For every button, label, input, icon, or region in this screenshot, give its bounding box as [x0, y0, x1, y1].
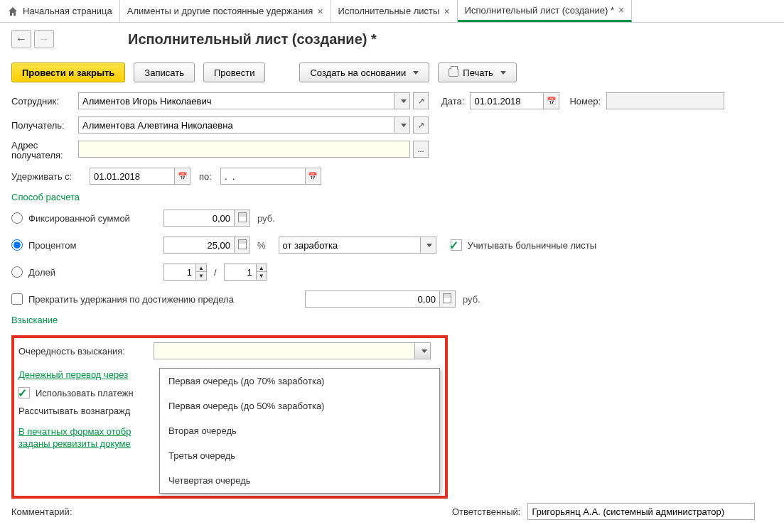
chevron-down-icon [401, 124, 407, 127]
create-based-label: Создать на основании [310, 67, 406, 78]
calculator-icon [238, 239, 247, 251]
page-title: Исполнительный лист (создание) * [128, 31, 377, 48]
close-icon[interactable]: × [444, 6, 449, 17]
chevron-down-icon [413, 71, 419, 75]
responsible-label: Ответственный: [452, 506, 520, 517]
fraction-label: Долей [28, 267, 163, 278]
print-button[interactable]: Печать [438, 63, 517, 82]
button-bar: Провести и закрыть Записать Провести Соз… [0, 51, 784, 92]
priority-highlight: Очередность взыскания: Денежный перевод … [11, 335, 448, 499]
priority-label: Очередность взыскания: [18, 346, 154, 357]
check-icon: ✓ [449, 239, 458, 252]
addr-label: Адресполучателя: [11, 141, 78, 161]
date-label: Дата: [441, 96, 464, 107]
pct-unit: % [257, 240, 266, 251]
calendar-icon [178, 172, 188, 181]
rub-unit: руб. [463, 294, 480, 305]
chevron-down-icon [426, 244, 432, 247]
tab-bar: Начальная страница Алименты и другие пос… [0, 0, 784, 23]
post-button[interactable]: Провести [203, 63, 266, 82]
recipient-label: Получатель: [11, 120, 78, 131]
calculator-icon [443, 293, 451, 305]
use-payment-agent-checkbox[interactable]: ✓ [18, 387, 30, 398]
recipient-input[interactable] [78, 116, 394, 134]
calendar-button[interactable] [306, 168, 321, 185]
fixed-radio[interactable] [11, 212, 23, 224]
percent-radio[interactable] [11, 239, 23, 251]
tab-label: Алименты и другие постоянные удержания [127, 6, 313, 16]
tab-home[interactable]: Начальная страница [0, 0, 120, 22]
calendar-button[interactable] [544, 92, 559, 109]
priority-option-3[interactable]: Вторая очередь [160, 418, 439, 443]
open-icon [418, 97, 424, 106]
stop-limit-label: Прекратить удержания по достижению преде… [28, 294, 234, 305]
calendar-icon [547, 97, 557, 106]
fraction-den-input[interactable] [224, 264, 257, 281]
employee-label: Сотрудник: [11, 96, 78, 107]
calc-method-heading: Способ расчета [11, 192, 773, 202]
chevron-down-icon [421, 349, 427, 353]
open-ref-button[interactable] [413, 92, 429, 109]
dropdown-button[interactable] [421, 237, 436, 254]
create-based-button[interactable]: Создать на основании [299, 63, 429, 82]
calendar-icon [308, 172, 318, 181]
date-input[interactable] [470, 92, 544, 109]
form: Сотрудник: Дата: Номер: Получатель: Адре… [0, 92, 784, 532]
post-and-close-button[interactable]: Провести и закрыть [11, 63, 125, 82]
include-sick-checkbox[interactable]: ✓ [451, 239, 462, 251]
open-ref-button[interactable] [413, 116, 429, 134]
to-date-input[interactable] [220, 168, 306, 185]
tab-label: Исполнительные листы [338, 6, 440, 16]
print-forms-link2[interactable]: заданы реквизиты докуме [18, 438, 131, 449]
fixed-sum-input[interactable] [163, 210, 235, 227]
nav-back-button[interactable]: ← [11, 30, 31, 48]
calc-button[interactable] [440, 291, 456, 308]
stepper[interactable]: ▲▼ [257, 264, 267, 281]
home-icon [7, 6, 18, 17]
fraction-num-input[interactable] [163, 264, 196, 281]
tab-home-label: Начальная страница [23, 6, 112, 16]
stop-limit-checkbox[interactable] [11, 293, 23, 305]
from-date-input[interactable] [90, 168, 175, 185]
calendar-button[interactable] [175, 168, 190, 185]
calc-button[interactable] [235, 210, 250, 227]
close-icon[interactable]: × [618, 4, 624, 16]
fixed-label: Фиксированной суммой [28, 213, 163, 224]
priority-option-2[interactable]: Первая очередь (до 50% заработка) [160, 393, 439, 418]
number-input[interactable] [606, 92, 724, 109]
tab-exec-list-create[interactable]: Исполнительный лист (создание) * × [458, 0, 633, 22]
addr-input[interactable] [78, 141, 410, 158]
priority-dropdown-button[interactable] [415, 342, 431, 359]
limit-input[interactable] [305, 291, 440, 308]
tab-label: Исполнительный лист (создание) * [465, 5, 614, 16]
priority-input[interactable] [154, 342, 415, 359]
tab-exec-lists[interactable]: Исполнительные листы × [331, 0, 458, 22]
tab-alimony[interactable]: Алименты и другие постоянные удержания × [120, 0, 331, 22]
priority-option-1[interactable]: Первая очередь (до 70% заработка) [160, 369, 439, 393]
responsible-input[interactable] [527, 503, 755, 520]
include-sick-label: Учитывать больничные листы [468, 240, 597, 251]
earnings-base-select[interactable] [279, 237, 421, 254]
save-button[interactable]: Записать [134, 63, 195, 82]
fraction-radio[interactable] [11, 266, 23, 278]
check-icon: ✓ [18, 386, 27, 400]
number-label: Номер: [569, 96, 601, 107]
chevron-down-icon [500, 71, 506, 75]
calculator-icon [238, 212, 247, 224]
print-forms-link[interactable]: В печатных формах отобр [18, 426, 131, 437]
dropdown-button[interactable] [394, 92, 410, 109]
addr-more-button[interactable]: ... [413, 141, 429, 158]
priority-option-4[interactable]: Третья очередь [160, 443, 439, 468]
percent-label: Процентом [28, 240, 163, 251]
dropdown-button[interactable] [394, 116, 410, 134]
title-row: ← → Исполнительный лист (создание) * [0, 23, 784, 51]
open-icon [418, 121, 424, 130]
priority-option-5[interactable]: Четвертая очередь [160, 468, 439, 493]
calc-button[interactable] [235, 237, 250, 254]
percent-input[interactable] [163, 237, 235, 254]
rub-unit: руб. [257, 213, 275, 224]
stepper[interactable]: ▲▼ [196, 264, 207, 281]
employee-input[interactable] [78, 92, 394, 109]
close-icon[interactable]: × [317, 6, 323, 17]
nav-forward-button[interactable]: → [34, 30, 54, 48]
